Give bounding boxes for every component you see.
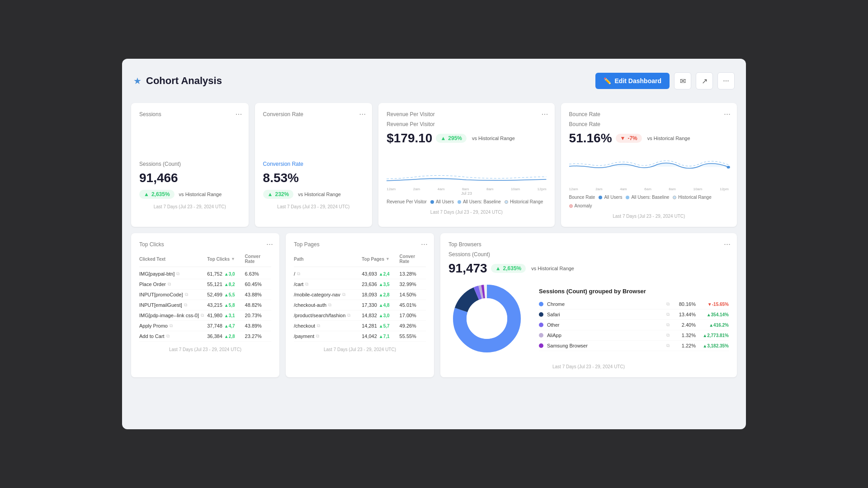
change-badge: ▲2,8 [224,334,235,339]
copy-icon[interactable]: ⧉ [305,282,308,287]
legend-baseline: All Users: Baseline [458,199,501,204]
copy-icon[interactable]: ⧉ [168,282,171,287]
browsers-badge: ▲ 2,635% [491,264,526,273]
views-cell: 14,281 ▲5,7 [362,323,399,328]
views-cell: 17,330 ▲4,8 [362,302,399,308]
top-pages-menu-button[interactable]: ··· [421,239,428,249]
rate-cell: 48.82% [245,302,271,308]
pie-svg [448,280,525,357]
pencil-icon: ✏️ [604,77,611,84]
browser-copy-icon[interactable]: ⧉ [666,343,670,348]
top-browsers-menu-button[interactable]: ··· [724,239,731,249]
sessions-footer: Last 7 Days (Jul 23 - 29, 2024 UTC) [139,204,241,209]
top-clicks-card: Top Clicks ··· Clicked Text Top Clicks ▼… [131,233,279,377]
table-row: /product/search/fashion ⧉ 14,832 ▲3,0 17… [294,310,426,321]
copy-icon[interactable]: ⧉ [297,271,300,277]
browser-copy-icon[interactable]: ⧉ [666,301,670,307]
rate-cell: 14.50% [400,292,426,297]
table-row: /cart ⧉ 23,636 ▲3,5 32.99% [294,279,426,290]
sessions-card: Sessions ··· Sessions (Count) 91,466 ▲ 2… [131,103,249,227]
copy-icon[interactable]: ⧉ [316,333,319,339]
revenue-menu-button[interactable]: ··· [542,109,548,119]
edit-dashboard-button[interactable]: ✏️ Edit Dashboard [595,73,670,89]
bounce-footer: Last 7 Days (Jul 23 - 29, 2024 UTC) [569,214,729,219]
clicks-cell: 55,121 ▲8,2 [207,282,245,287]
col-top-pages[interactable]: Top Pages ▼ [362,254,399,264]
conversion-footer: Last 7 Days (Jul 23 - 29, 2024 UTC) [263,204,364,209]
clicked-text-cell: IMG[paypal-btn] ⧉ [139,271,207,277]
legend-historical-b: Historical Range [673,195,711,200]
table-row: INPUT[emailGuest] ⧉ 43,215 ▲5,8 48.82% [139,300,271,310]
more-menu-button[interactable]: ··· [717,72,735,89]
clicked-text-cell: Apply Promo ⧉ [139,323,207,328]
browser-name: Safari [547,312,663,317]
copy-icon[interactable]: ⧉ [201,313,204,318]
browser-name: Samsung Browser [547,343,663,348]
copy-icon[interactable]: ⧉ [184,302,187,308]
revenue-sparkline [387,148,546,184]
path-cell: /checkout-auth ⧉ [294,302,362,308]
revenue-legend-label: Revenue Per Visitor [387,199,427,204]
browser-copy-icon[interactable]: ⧉ [666,322,670,328]
browser-pct: 2.40% [673,322,696,328]
list-item: Samsung Browser ⧉ 1.22% ▲3,182.35% [539,341,729,351]
copy-icon[interactable]: ⧉ [185,292,188,297]
browser-change: ▲2,773.81% [699,333,729,338]
views-cell: 18,093 ▲2,8 [362,292,399,297]
table-row: /checkout ⧉ 14,281 ▲5,7 49.26% [294,321,426,331]
sessions-badge-text: vs Historical Range [179,192,222,197]
browser-name: Chrome [547,301,663,307]
up-arrow-icon: ▲ [268,191,273,197]
browser-copy-icon[interactable]: ⧉ [666,333,670,338]
change-badge: ▲3,1 [224,313,235,318]
list-item: AliApp ⧉ 1.32% ▲2,773.81% [539,330,729,341]
revenue-badge: ▲ 295% [436,134,467,143]
conversion-menu-button[interactable]: ··· [359,109,366,119]
top-clicks-title: Top Clicks [139,241,271,248]
email-button[interactable]: ✉ [674,72,691,89]
copy-icon[interactable]: ⧉ [317,323,320,328]
top-clicks-menu-button[interactable]: ··· [266,239,273,249]
top-pages-header: Path Top Pages ▼ Conver Rate [294,251,426,267]
rate-cell: 49.26% [400,323,426,328]
bounce-menu-button[interactable]: ··· [724,109,731,119]
table-row: / ⧉ 43,693 ▲2,4 13.28% [294,269,426,279]
col-top-clicks[interactable]: Top Clicks ▼ [207,254,245,264]
change-badge: ▲2,8 [379,292,390,297]
sessions-menu-button[interactable]: ··· [236,109,242,119]
browser-copy-icon[interactable]: ⧉ [666,312,670,317]
copy-icon[interactable]: ⧉ [347,313,350,318]
change-badge: ▲7,1 [379,334,390,339]
top-browsers-title: Top Browsers [448,241,729,248]
browser-legend-rows: Chrome ⧉ 80.16% ▼-15.65% Safari ⧉ 13.44%… [539,299,729,351]
browser-color-dot [539,302,543,306]
table-row: /checkout-auth ⧉ 17,330 ▲4,8 45.01% [294,300,426,310]
conversion-badge: ▲ 232% [263,190,294,199]
top-pages-footer: Last 7 Days (Jul 23 - 29, 2024 UTC) [294,347,426,352]
top-cards-row: Sessions ··· Sessions (Count) 91,466 ▲ 2… [131,103,737,227]
browser-pct: 80.16% [673,301,696,307]
share-button[interactable]: ↗ [696,72,713,89]
copy-icon[interactable]: ⧉ [176,271,179,277]
copy-icon[interactable]: ⧉ [166,333,170,339]
copy-icon[interactable]: ⧉ [328,302,331,308]
sort-icon-pages: ▼ [386,257,390,261]
bounce-sparkline [569,148,729,184]
dashboard-container: ★ Cohort Analysis ✏️ Edit Dashboard ✉ ↗ … [122,59,746,429]
top-pages-card: Top Pages ··· Path Top Pages ▼ Conver Ra… [286,233,434,377]
sort-icon: ▼ [231,257,235,261]
col-conv-rate-pages: Conver Rate [400,254,426,264]
browser-color-dot [539,312,543,317]
browser-name: AliApp [547,333,663,338]
legend-all-users-b: All Users [599,195,622,200]
rate-cell: 13.28% [400,271,426,277]
bounce-card-title: Bounce Rate [569,111,729,117]
copy-icon[interactable]: ⧉ [342,292,345,297]
table-row: Apply Promo ⧉ 37,748 ▲4,7 43.89% [139,321,271,331]
up-arrow-icon: ▲ [440,135,446,141]
copy-icon[interactable]: ⧉ [170,323,173,328]
clicked-text-cell: INPUT[emailGuest] ⧉ [139,302,207,308]
browser-change: ▼-15.65% [699,302,729,307]
rate-cell: 43.88% [245,292,271,297]
top-clicks-header: Clicked Text Top Clicks ▼ Conver Rate [139,251,271,267]
